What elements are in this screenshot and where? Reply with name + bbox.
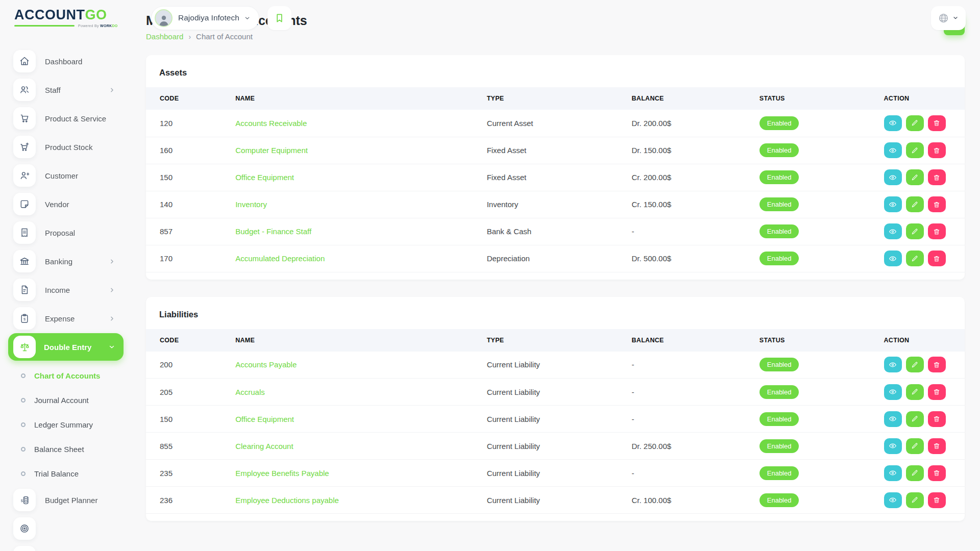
table-row: 235 Employee Benefits Payable Current Li… (146, 460, 965, 487)
edit-button[interactable] (906, 492, 924, 508)
sidebar-item-double-entry[interactable]: Double Entry (8, 333, 124, 361)
edit-button[interactable] (906, 251, 924, 266)
bookmark-button[interactable] (267, 6, 291, 30)
column-header: TYPE (482, 329, 627, 352)
sidebar-item-income[interactable]: Income (0, 276, 132, 304)
column-header: STATUS (754, 87, 879, 110)
account-link[interactable]: Employee Benefits Payable (235, 469, 329, 478)
view-button[interactable] (884, 465, 902, 481)
eye-icon (889, 388, 897, 396)
submenu-item-balance-sheet[interactable]: Balance Sheet (0, 437, 132, 461)
edit-button[interactable] (906, 196, 924, 212)
delete-button[interactable] (928, 251, 946, 266)
delete-button[interactable] (928, 115, 946, 131)
delete-button[interactable] (928, 465, 946, 481)
view-button[interactable] (884, 142, 902, 158)
sidebar-item-budget-planner[interactable]: $ Budget Planner (0, 486, 132, 514)
trash-icon (933, 174, 940, 181)
app-logo[interactable]: ACCOUNTGO Powered By WORKDO (14, 8, 133, 28)
chevron-right-icon (109, 258, 122, 265)
globe-icon (938, 13, 949, 23)
sidebar-item-proposal[interactable]: Proposal (0, 218, 132, 247)
pencil-icon (911, 469, 918, 477)
submenu-item-journal-account[interactable]: Journal Account (0, 388, 132, 412)
delete-button[interactable] (928, 411, 946, 427)
edit-button[interactable] (906, 438, 924, 454)
view-button[interactable] (884, 115, 902, 131)
submenu-item-ledger-summary[interactable]: Ledger Summary (0, 412, 132, 437)
account-link[interactable]: Computer Equipment (235, 146, 308, 155)
account-link[interactable]: Accounts Receivable (235, 119, 307, 128)
column-header: NAME (230, 329, 481, 352)
status-badge: Enabled (760, 252, 799, 265)
account-link[interactable]: Office Equipment (235, 415, 294, 423)
account-link[interactable]: Budget - Finance Staff (235, 227, 311, 236)
view-button[interactable] (884, 251, 902, 266)
edit-button[interactable] (906, 411, 924, 427)
account-link[interactable]: Accounts Payable (235, 360, 297, 369)
edit-button[interactable] (906, 384, 924, 400)
sidebar-item-expense[interactable]: $ Expense (0, 304, 132, 333)
view-button[interactable] (884, 438, 902, 454)
edit-button[interactable] (906, 223, 924, 239)
account-link[interactable]: Employee Deductions payable (235, 496, 339, 505)
sidebar-item-dashboard[interactable]: Dashboard (0, 47, 132, 76)
account-link[interactable]: Office Equipment (235, 173, 294, 182)
view-button[interactable] (884, 492, 902, 508)
sidebar-item-product-stock[interactable]: Product Stock (0, 133, 132, 161)
delete-button[interactable] (928, 169, 946, 185)
edit-button[interactable] (906, 357, 924, 372)
column-header: STATUS (754, 329, 879, 352)
delete-button[interactable] (928, 492, 946, 508)
pencil-icon (911, 496, 918, 504)
pencil-icon (911, 415, 918, 422)
edit-button[interactable] (906, 169, 924, 185)
sidebar-item-goal[interactable] (0, 514, 132, 543)
pencil-icon (911, 442, 918, 449)
delete-button[interactable] (928, 357, 946, 372)
cell-action (879, 487, 965, 514)
trash-icon (933, 442, 940, 449)
cell-type: Bank & Cash (482, 218, 627, 245)
submenu-item-chart-of-accounts[interactable]: Chart of Accounts (0, 363, 132, 388)
company-switcher[interactable]: Rajodiya Infotech (151, 6, 259, 30)
view-button[interactable] (884, 169, 902, 185)
delete-button[interactable] (928, 223, 946, 239)
delete-button[interactable] (928, 142, 946, 158)
cell-name: Accounts Receivable (230, 110, 481, 137)
account-link[interactable]: Accumulated Depreciation (235, 254, 325, 263)
sidebar-item-banking[interactable]: Banking (0, 247, 132, 276)
edit-button[interactable] (906, 465, 924, 481)
double-entry-submenu: Chart of Accounts Journal Account Ledger… (0, 361, 132, 486)
sidebar-item-vendor[interactable]: Vendor (0, 190, 132, 218)
sidebar-item-partial[interactable] (0, 543, 132, 551)
account-link[interactable]: Clearing Account (235, 442, 293, 450)
view-button[interactable] (884, 384, 902, 400)
account-link[interactable]: Accruals (235, 388, 265, 396)
table-row: 170 Accumulated Depreciation Depreciatio… (146, 245, 965, 272)
cell-action (879, 379, 965, 406)
trash-icon (933, 469, 940, 477)
sidebar-item-staff[interactable]: Staff (0, 76, 132, 104)
language-selector[interactable] (931, 6, 966, 30)
delete-button[interactable] (928, 438, 946, 454)
cell-status: Enabled (754, 433, 879, 460)
sidebar-item-product-service[interactable]: Product & Service (0, 104, 132, 133)
edit-button[interactable] (906, 115, 924, 131)
cell-code: 855 (146, 433, 230, 460)
view-button[interactable] (884, 196, 902, 212)
delete-button[interactable] (928, 196, 946, 212)
account-link[interactable]: Inventory (235, 200, 267, 209)
cell-type: Current Liability (482, 352, 627, 379)
view-button[interactable] (884, 411, 902, 427)
sidebar-item-customer[interactable]: Customer (0, 161, 132, 190)
view-button[interactable] (884, 223, 902, 239)
submenu-item-trial-balance[interactable]: Trial Balance (0, 461, 132, 486)
view-button[interactable] (884, 357, 902, 372)
column-header: ACTION (879, 329, 965, 352)
status-badge: Enabled (760, 224, 799, 238)
eye-icon (889, 201, 897, 209)
cell-status: Enabled (754, 406, 879, 433)
delete-button[interactable] (928, 384, 946, 400)
edit-button[interactable] (906, 142, 924, 158)
